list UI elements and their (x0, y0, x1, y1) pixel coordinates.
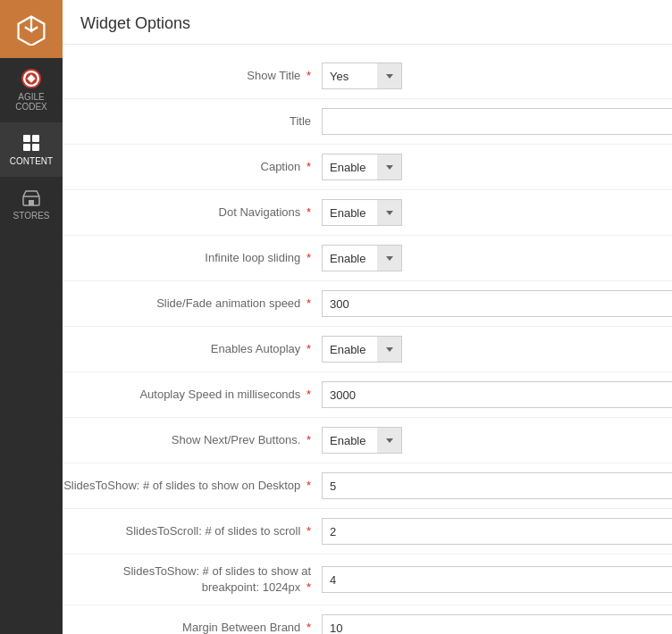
control-wrap-caption: EnableDisable (322, 154, 654, 180)
input-slides-to-show-desktop[interactable] (322, 472, 672, 499)
form-row-slide-fade-speed: Slide/Fade animation speed * (63, 281, 672, 327)
form-row-show-title: Show Title *YesNo (63, 54, 672, 99)
control-wrap-title (322, 108, 672, 135)
select-wrap-enables-autoplay: EnableDisable (322, 336, 402, 363)
select-wrap-show-next-prev: EnableDisable (322, 427, 402, 454)
select-wrap-infinite-loop-sliding: EnableDisable (322, 245, 402, 271)
sidebar-item-label: STORES (13, 211, 50, 221)
form-row-title: Title (63, 99, 672, 145)
control-wrap-show-next-prev: EnableDisable (322, 427, 654, 454)
sidebar-logo (0, 0, 63, 58)
label-slides-to-scroll: SlidesToScroll: # of slides to scroll * (63, 523, 322, 539)
input-autoplay-speed[interactable] (322, 381, 672, 408)
sidebar-item-agile-codex[interactable]: AGILE CODEX (0, 58, 63, 122)
svg-rect-2 (23, 135, 30, 142)
select-wrap-show-title: YesNo (322, 63, 402, 89)
input-margin-between-brand[interactable] (322, 614, 672, 634)
svg-rect-7 (29, 200, 34, 205)
control-wrap-slides-to-scroll (322, 518, 672, 545)
stores-icon (21, 188, 41, 207)
control-wrap-slides-to-show-desktop (322, 472, 672, 499)
required-star: * (303, 296, 311, 310)
label-show-next-prev: Show Next/Prev Buttons. * (63, 432, 322, 448)
select-show-next-prev[interactable]: EnableDisable (322, 427, 402, 454)
sidebar-item-content[interactable]: CONTENT (0, 122, 63, 177)
form-row-enables-autoplay: Enables Autoplay *EnableDisable (63, 327, 672, 372)
required-star: * (303, 621, 311, 634)
control-wrap-show-title: YesNo (322, 63, 654, 89)
label-slides-to-show-desktop: SlidesToShow: # of slides to show on Des… (63, 478, 322, 494)
svg-rect-5 (32, 144, 39, 151)
control-wrap-dot-navigations: EnableDisable (322, 199, 654, 226)
form-row-slides-to-scroll: SlidesToScroll: # of slides to scroll * (63, 509, 672, 555)
label-slides-to-show-1024: SlidesToShow: # of slides to show at bre… (63, 563, 322, 596)
label-slide-fade-speed: Slide/Fade animation speed * (63, 296, 322, 312)
control-wrap-infinite-loop-sliding: EnableDisable (322, 245, 654, 271)
page-title: Widget Options (63, 0, 672, 45)
label-enables-autoplay: Enables Autoplay * (63, 341, 322, 357)
select-infinite-loop-sliding[interactable]: EnableDisable (322, 245, 402, 271)
control-wrap-autoplay-speed (322, 381, 672, 408)
control-wrap-slide-fade-speed (322, 290, 672, 317)
select-wrap-caption: EnableDisable (322, 154, 402, 180)
sidebar-item-label: CONTENT (10, 156, 53, 166)
input-slides-to-scroll[interactable] (322, 518, 672, 545)
label-margin-between-brand: Margin Between Brand * (63, 620, 322, 634)
magento-icon (15, 13, 47, 46)
sidebar-item-stores[interactable]: STORES (0, 177, 63, 231)
content-icon (21, 133, 41, 153)
required-star: * (303, 524, 311, 538)
label-title: Title (63, 113, 322, 129)
control-wrap-margin-between-brand (322, 614, 672, 634)
select-caption[interactable]: EnableDisable (322, 154, 402, 180)
form-row-slides-to-show-desktop: SlidesToShow: # of slides to show on Des… (63, 463, 672, 509)
control-wrap-slides-to-show-1024 (322, 566, 672, 593)
widget-options-form: Show Title *YesNoTitleCaption *EnableDis… (63, 45, 672, 634)
label-autoplay-speed: Autoplay Speed in milliseconds * (63, 387, 322, 403)
label-caption: Caption * (63, 159, 322, 175)
sidebar-item-label: AGILE CODEX (4, 92, 59, 112)
form-row-slides-to-show-1024: SlidesToShow: # of slides to show at bre… (63, 555, 672, 605)
form-row-caption: Caption *EnableDisable (63, 145, 672, 190)
select-enables-autoplay[interactable]: EnableDisable (322, 336, 402, 363)
required-star: * (303, 251, 311, 264)
required-star: * (303, 69, 311, 82)
input-slides-to-show-1024[interactable] (322, 566, 672, 593)
label-dot-navigations: Dot Navigations * (63, 204, 322, 221)
form-row-show-next-prev: Show Next/Prev Buttons. *EnableDisable (63, 418, 672, 463)
form-row-dot-navigations: Dot Navigations *EnableDisable (63, 190, 672, 236)
required-star: * (303, 479, 311, 492)
input-slide-fade-speed[interactable] (322, 290, 672, 317)
control-wrap-enables-autoplay: EnableDisable (322, 336, 654, 363)
select-show-title[interactable]: YesNo (322, 63, 402, 89)
required-star: * (303, 388, 311, 401)
select-dot-navigations[interactable]: EnableDisable (322, 199, 402, 226)
required-star: * (303, 342, 311, 355)
form-row-infinite-loop-sliding: Infinite loop sliding *EnableDisable (63, 236, 672, 281)
select-wrap-dot-navigations: EnableDisable (322, 199, 402, 226)
required-star: * (303, 580, 311, 594)
svg-rect-3 (32, 135, 39, 142)
main-content: Widget Options Show Title *YesNoTitleCap… (63, 0, 672, 634)
svg-rect-4 (23, 144, 30, 151)
form-row-autoplay-speed: Autoplay Speed in milliseconds * (63, 372, 672, 418)
form-row-margin-between-brand: Margin Between Brand * (63, 605, 672, 634)
label-show-title: Show Title * (63, 68, 322, 84)
agile-icon (21, 69, 41, 88)
required-star: * (303, 205, 311, 219)
label-infinite-loop-sliding: Infinite loop sliding * (63, 250, 322, 266)
required-star: * (303, 433, 311, 446)
sidebar: AGILE CODEX CONTENT STORES (0, 0, 63, 634)
required-star: * (303, 160, 311, 173)
input-title[interactable] (322, 108, 672, 135)
